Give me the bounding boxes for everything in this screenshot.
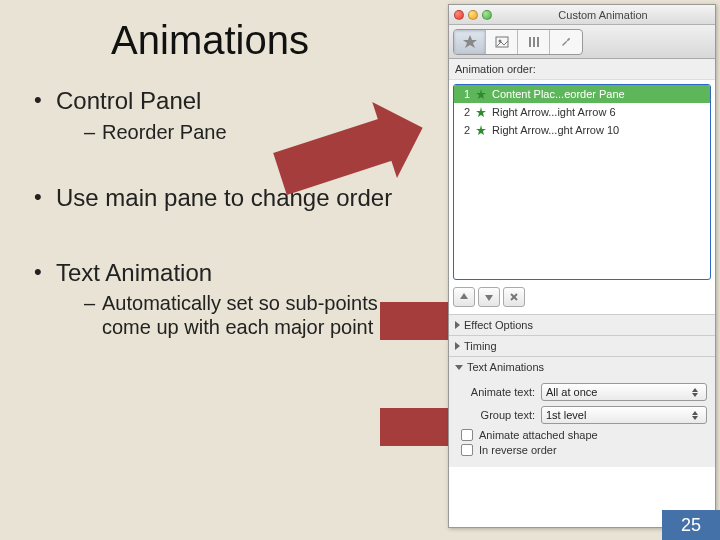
- row-label: Right Arrow...ght Arrow 10: [492, 124, 706, 136]
- checkbox-label: Animate attached shape: [479, 429, 598, 441]
- custom-animation-panel: Custom Animation Animation order: 1 Cont…: [448, 4, 716, 528]
- toolbar-tab-animation[interactable]: [454, 30, 486, 54]
- in-reverse-order-row[interactable]: In reverse order: [457, 444, 707, 456]
- panel-title: Custom Animation: [496, 9, 710, 21]
- checkbox-icon[interactable]: [461, 444, 473, 456]
- image-icon: [494, 34, 510, 50]
- slide-content: Animations Control Panel Reorder Pane Us…: [0, 0, 430, 345]
- section-label: Timing: [464, 340, 497, 352]
- svg-rect-3: [529, 37, 531, 47]
- star-icon: [475, 124, 487, 136]
- select-value: All at once: [546, 386, 597, 398]
- svg-marker-6: [476, 89, 486, 99]
- svg-marker-9: [460, 293, 468, 299]
- svg-rect-4: [533, 37, 535, 47]
- group-text-label: Group text:: [457, 409, 535, 421]
- toolbar-segment: [453, 29, 583, 55]
- arrow-down-icon: [484, 292, 494, 302]
- bullet-3-sub-1: Automatically set so sub-points come up …: [84, 291, 430, 339]
- section-effect-options[interactable]: Effect Options: [449, 314, 715, 335]
- window-controls: [454, 10, 492, 20]
- disclosure-right-icon: [455, 342, 460, 350]
- bullet-3-text: Text Animation: [56, 259, 212, 286]
- reorder-controls: [453, 284, 711, 310]
- wrench-icon: [558, 34, 574, 50]
- list-item[interactable]: 2 Right Arrow...ght Arrow 10: [454, 121, 710, 139]
- toolbar-tab-settings[interactable]: [550, 30, 582, 54]
- animation-order-label: Animation order:: [449, 59, 715, 80]
- row-number: 2: [458, 124, 470, 136]
- section-text-animations[interactable]: Text Animations: [449, 356, 715, 377]
- row-number: 2: [458, 106, 470, 118]
- disclosure-right-icon: [455, 321, 460, 329]
- text-animations-form: Animate text: All at once Group text: 1s…: [449, 377, 715, 467]
- stepper-icon: [688, 411, 702, 420]
- animate-text-label: Animate text:: [457, 386, 535, 398]
- toolbar-tab-transitions[interactable]: [518, 30, 550, 54]
- row-label: Content Plac...eorder Pane: [492, 88, 706, 100]
- row-label: Right Arrow...ight Arrow 6: [492, 106, 706, 118]
- close-icon[interactable]: [454, 10, 464, 20]
- star-icon: [462, 34, 478, 50]
- panel-toolbar: [449, 25, 715, 59]
- star-icon: [475, 88, 487, 100]
- animate-attached-shape-row[interactable]: Animate attached shape: [457, 429, 707, 441]
- bullet-1-text: Control Panel: [56, 87, 201, 114]
- delete-button[interactable]: [503, 287, 525, 307]
- move-down-button[interactable]: [478, 287, 500, 307]
- animate-text-select[interactable]: All at once: [541, 383, 707, 401]
- svg-rect-5: [537, 37, 539, 47]
- arrow-up-icon: [459, 292, 469, 302]
- svg-marker-7: [476, 107, 486, 117]
- move-up-button[interactable]: [453, 287, 475, 307]
- minimize-icon[interactable]: [468, 10, 478, 20]
- disclosure-down-icon: [455, 365, 463, 370]
- select-value: 1st level: [546, 409, 586, 421]
- section-label: Text Animations: [467, 361, 544, 373]
- toolbar-tab-media[interactable]: [486, 30, 518, 54]
- group-text-select[interactable]: 1st level: [541, 406, 707, 424]
- bullet-2-text: Use main pane to change order: [56, 184, 392, 211]
- animation-order-list[interactable]: 1 Content Plac...eorder Pane 2 Right Arr…: [453, 84, 711, 280]
- panel-titlebar: Custom Animation: [449, 5, 715, 25]
- slide-title: Animations: [30, 18, 390, 63]
- list-item[interactable]: 1 Content Plac...eorder Pane: [454, 85, 710, 103]
- close-icon: [509, 292, 519, 302]
- page-number: 25: [662, 510, 720, 540]
- section-timing[interactable]: Timing: [449, 335, 715, 356]
- bullet-3: Text Animation Automatically set so sub-…: [34, 259, 430, 340]
- zoom-icon[interactable]: [482, 10, 492, 20]
- star-icon: [475, 106, 487, 118]
- svg-marker-0: [463, 35, 477, 48]
- bars-icon: [526, 34, 542, 50]
- bullet-2: Use main pane to change order: [34, 184, 430, 213]
- checkbox-label: In reverse order: [479, 444, 557, 456]
- svg-marker-10: [485, 295, 493, 301]
- svg-marker-8: [476, 125, 486, 135]
- section-label: Effect Options: [464, 319, 533, 331]
- list-item[interactable]: 2 Right Arrow...ight Arrow 6: [454, 103, 710, 121]
- checkbox-icon[interactable]: [461, 429, 473, 441]
- row-number: 1: [458, 88, 470, 100]
- stepper-icon: [688, 388, 702, 397]
